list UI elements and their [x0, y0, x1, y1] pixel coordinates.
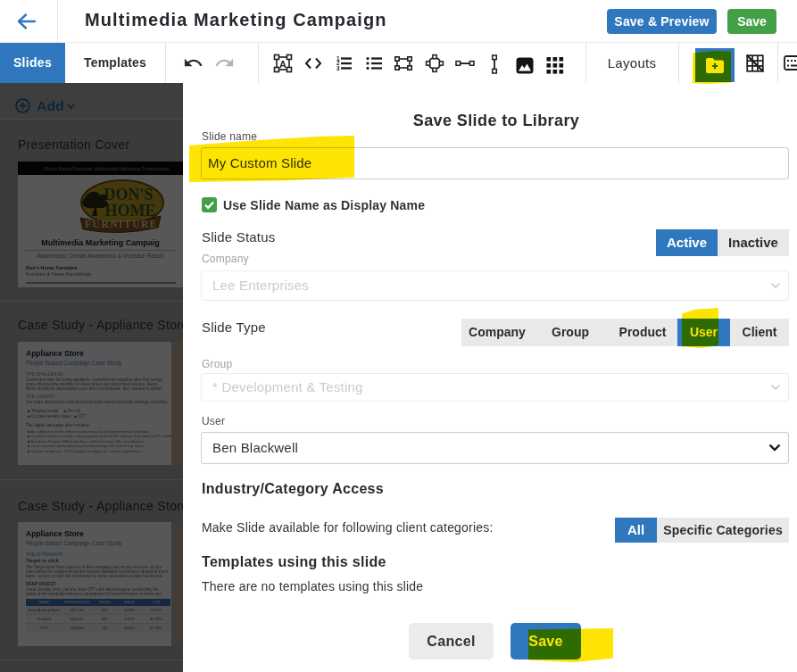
svg-text:3: 3: [336, 65, 340, 71]
svg-text:A: A: [279, 59, 286, 70]
